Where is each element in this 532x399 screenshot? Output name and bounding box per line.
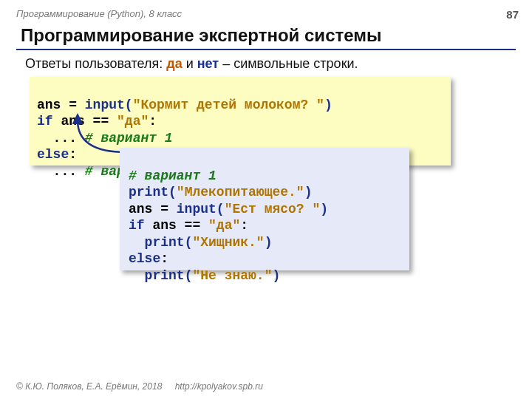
course-label: Программирование (Python), 8 класс (16, 8, 182, 21)
title-underline (16, 49, 516, 50)
slide-header: Программирование (Python), 8 класс 87 (0, 8, 532, 21)
answer-yes: да (166, 56, 182, 71)
subtitle-mid: и (183, 56, 197, 71)
subtitle-line: Ответы пользователя: да и нет – символьн… (25, 56, 358, 72)
slide-title: Программирование экспертной системы (21, 25, 382, 46)
code-line: print("Не знаю.") (129, 268, 280, 283)
code-block-variant1: # вариант 1 print("Млекопитающее.") ans … (120, 148, 409, 270)
slide-footer: © К.Ю. Поляков, Е.А. Ерёмин, 2018 http:/… (16, 381, 263, 392)
footer-url: http://kpolyakov.spb.ru (175, 381, 263, 392)
code-line: print("Хищник.") (129, 235, 272, 250)
code-line: if ans == "да": (129, 218, 248, 233)
answer-no: нет (197, 56, 219, 71)
copyright: © К.Ю. Поляков, Е.А. Ерёмин, 2018 (16, 381, 162, 392)
code-line: ans = input("Кормит детей молоком? ") (37, 98, 332, 112)
code-line: # вариант 1 (129, 168, 216, 183)
code-line: else: (129, 251, 168, 266)
code-line: print("Млекопитающее.") (129, 185, 312, 200)
subtitle-suffix: – символьные строки. (219, 56, 358, 71)
page-number: 87 (506, 8, 519, 21)
subtitle-prefix: Ответы пользователя: (25, 56, 166, 71)
code-line: ans = input("Ест мясо? ") (129, 202, 328, 216)
